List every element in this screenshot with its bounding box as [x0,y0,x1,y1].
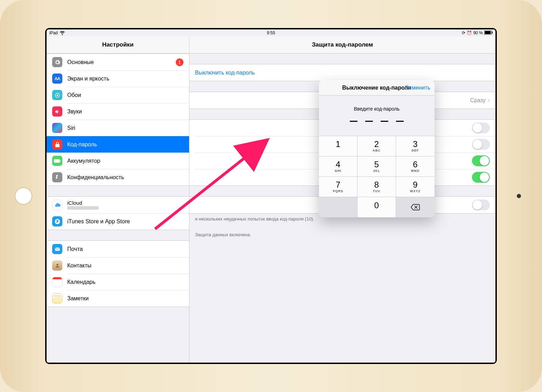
content-pane: Защита код-паролем Выключить код-пароль … [189,36,495,363]
badge: 1 [176,58,183,66]
screen: iPad 9:55 ⟳ ⏰ 90 % [47,29,495,363]
sidebar-item-label: Звуки [67,108,183,115]
content-title: Защита код-паролем [189,36,495,54]
passcode-dots [319,121,435,122]
toggle-5[interactable] [472,200,490,210]
sidebar-item-label: Календарь [67,279,183,285]
sidebar-item-label: Экран и яркость [67,76,183,82]
wifi-icon [59,29,65,37]
sidebar-item-calendar[interactable]: •Календарь [47,274,189,290]
svg-point-4 [56,94,58,96]
sidebar-item-label: Контакты [67,262,183,269]
toggle-3[interactable] [472,155,490,166]
calendar-icon: • [52,277,62,287]
svg-rect-5 [54,159,60,163]
clock: 9:55 [267,30,275,35]
toggle-1[interactable] [472,122,490,133]
sidebar-item-brightness[interactable]: AAЭкран и яркость [47,70,189,87]
brightness-icon: AA [52,74,62,84]
appstore-icon [52,216,62,226]
sidebar-item-notes[interactable]: Заметки [47,290,189,307]
sidebar-item-wallpaper[interactable]: Обои [47,87,189,103]
passcode-digit-3 [381,121,388,122]
sidebar-item-label: Siri [67,125,183,131]
key-6[interactable]: 6MNO [396,156,435,177]
passcode-digit-1 [350,121,357,122]
alarm-icon: ⏰ [467,30,472,35]
sidebar-item-label: iCloud [67,200,183,205]
sidebar-item-appstore[interactable]: iTunes Store и App Store [47,213,189,230]
sidebar-item-sounds[interactable]: Звуки [47,103,189,120]
sounds-icon [52,106,62,117]
svg-rect-1 [485,31,491,34]
require-passcode-value: Сразу [470,97,486,104]
sidebar-item-lock[interactable]: Код-пароль [47,136,189,153]
key-5[interactable]: 5JKL [357,156,396,177]
key-8[interactable]: 8TUV [357,177,396,197]
settings-sidebar: Настройки Основные1AAЭкран и яркостьОбои… [47,36,189,363]
orientation-lock-icon: ⟳ [462,30,465,35]
icloud-icon [52,200,62,210]
passcode-digit-4 [396,121,404,122]
passcode-modal: Выключение код-пароля Отменить Введите к… [319,80,435,217]
key-blank [319,197,357,217]
sidebar-item-contacts[interactable]: Контакты [47,257,189,274]
battery-icon [484,30,493,36]
footer-text-2: Защита данных включена. [189,229,495,238]
notes-icon [52,293,62,303]
cancel-button[interactable]: Отменить [405,85,430,91]
sidebar-item-label: iTunes Store и App Store [67,218,183,225]
icloud-account-redacted [67,206,99,210]
sidebar-item-label: Почта [67,246,183,252]
home-button[interactable] [15,187,32,205]
disable-passcode-link[interactable]: Выключить код-пароль [195,70,255,76]
wallpaper-icon [52,90,62,100]
key-delete[interactable] [396,197,435,217]
sidebar-item-label: Обои [67,92,183,98]
privacy-icon [52,172,62,182]
ipad-frame: iPad 9:55 ⟳ ⏰ 90 % [0,0,542,392]
key-9[interactable]: 9WXYZ [396,177,435,197]
sidebar-item-gear[interactable]: Основные1 [47,54,189,70]
key-7[interactable]: 7PQRS [319,177,357,197]
battery-percent: 90 % [473,30,483,35]
lock-icon [52,139,62,149]
modal-prompt: Введите код-пароль [319,106,435,112]
svg-rect-8 [55,247,60,251]
svg-rect-6 [60,160,61,162]
svg-point-9 [56,264,58,265]
key-4[interactable]: 4GHI [319,156,357,177]
numeric-keypad: 1 2ABC3DEF4GHI5JKL6MNO7PQRS8TUV9WXYZ0 [319,136,435,217]
device-label: iPad [49,30,58,35]
screen-bezel: iPad 9:55 ⟳ ⏰ 90 % [45,28,497,364]
sidebar-item-label: Код-пароль [67,141,183,148]
chevron-right-icon: › [488,97,490,104]
battery-icon [52,156,62,166]
gear-icon [52,57,62,67]
sidebar-item-siri[interactable]: Siri [47,120,189,136]
sidebar-item-icloud[interactable]: iCloud [47,197,189,213]
toggle-2[interactable] [472,139,490,150]
siri-icon [52,123,62,133]
passcode-digit-2 [365,121,373,122]
sidebar-item-mail[interactable]: Почта [47,241,189,257]
toggle-4[interactable] [472,172,490,183]
modal-title: Выключение код-пароля [342,85,411,91]
key-1[interactable]: 1 [319,136,357,156]
sidebar-item-label: Основные [67,59,176,65]
key-3[interactable]: 3DEF [396,136,435,156]
sidebar-item-label: Конфиденциальность [67,174,183,181]
mail-icon [52,244,62,254]
sidebar-item-label: Аккумулятор [67,158,183,164]
key-0[interactable]: 0 [357,197,396,217]
sidebar-title: Настройки [47,36,189,54]
svg-rect-2 [492,31,493,34]
key-2[interactable]: 2ABC [357,136,396,156]
front-camera [517,194,521,198]
status-bar: iPad 9:55 ⟳ ⏰ 90 % [47,29,495,36]
sidebar-item-label: Заметки [67,295,183,302]
sidebar-item-privacy[interactable]: Конфиденциальность [47,169,189,186]
modal-header: Выключение код-пароля Отменить [319,80,435,96]
sidebar-item-battery[interactable]: Аккумулятор [47,153,189,169]
disable-passcode-row[interactable]: Выключить код-пароль [189,64,495,81]
